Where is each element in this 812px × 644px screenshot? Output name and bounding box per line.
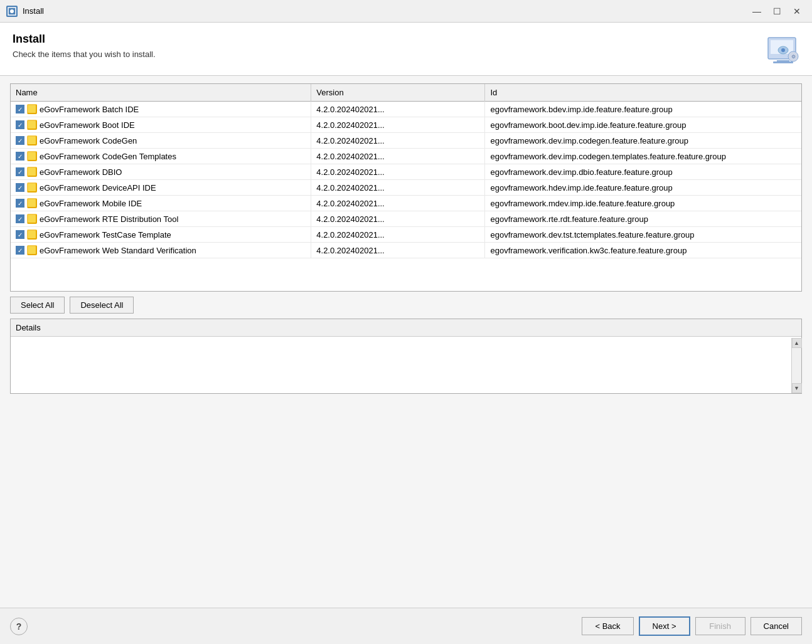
close-button[interactable]: ✕ (788, 4, 806, 19)
row-name: eGovFramework CodeGen Templates (40, 152, 176, 161)
svg-point-5 (781, 48, 785, 52)
dialog-content: Name Version Id eGovFramework Batch IDE … (0, 76, 812, 608)
scrollbar[interactable]: ▲ ▼ (791, 338, 801, 393)
col-header-version: Version (311, 84, 485, 102)
row-checkbox[interactable] (16, 105, 24, 113)
col-header-id: Id (485, 84, 801, 102)
package-icon (27, 120, 37, 130)
svg-point-1 (10, 9, 14, 13)
row-version: 4.2.0.202402021... (311, 243, 485, 258)
dialog-subtitle: Check the items that you wish to install… (13, 50, 156, 59)
package-icon (27, 151, 37, 161)
row-checkbox[interactable] (16, 199, 24, 208)
row-name: eGovFramework TestCase Template (40, 230, 171, 240)
row-checkbox[interactable] (16, 136, 24, 145)
table-row[interactable]: eGovFramework DBIO 4.2.0.202402021...ego… (11, 164, 801, 180)
package-icon (27, 245, 37, 255)
install-table[interactable]: Name Version Id eGovFramework Batch IDE … (10, 83, 802, 292)
table-row[interactable]: eGovFramework TestCase Template 4.2.0.20… (11, 227, 801, 243)
footer-right: < Back Next > Finish Cancel (582, 616, 802, 636)
row-id: egovframework.dev.imp.dbio.feature.featu… (485, 164, 801, 180)
package-icon (27, 135, 37, 145)
row-checkbox[interactable] (16, 230, 24, 239)
title-bar: Install — ☐ ✕ (0, 0, 812, 23)
row-name: eGovFramework Boot IDE (40, 120, 135, 130)
row-id: egovframework.mdev.imp.ide.feature.featu… (485, 196, 801, 211)
table-buttons: Select All Deselect All (10, 297, 802, 314)
row-id: egovframework.dev.tst.tctemplates.featur… (485, 227, 801, 243)
table-row[interactable]: eGovFramework CodeGen Templates 4.2.0.20… (11, 149, 801, 164)
package-icon (27, 167, 37, 177)
details-content (11, 337, 801, 392)
table-row[interactable]: eGovFramework Boot IDE 4.2.0.202402021..… (11, 117, 801, 133)
row-checkbox[interactable] (16, 246, 24, 255)
row-name: eGovFramework RTE Distribution Tool (40, 214, 178, 224)
dialog-header: Install Check the items that you wish to… (0, 23, 812, 76)
back-button[interactable]: < Back (582, 617, 633, 635)
row-version: 4.2.0.202402021... (311, 227, 485, 243)
row-version: 4.2.0.202402021... (311, 102, 485, 117)
row-version: 4.2.0.202402021... (311, 211, 485, 227)
svg-text:⚙: ⚙ (791, 54, 796, 60)
row-id: egovframework.dev.imp.codegen.templates.… (485, 149, 801, 164)
row-name: eGovFramework DBIO (40, 167, 122, 177)
window-controls: — ☐ ✕ (748, 4, 806, 19)
row-checkbox[interactable] (16, 152, 24, 161)
row-id: egovframework.dev.imp.codegen.feature.fe… (485, 133, 801, 149)
window-title: Install (23, 6, 743, 16)
footer-left: ? (10, 618, 28, 635)
details-label: Details (11, 319, 801, 337)
deselect-all-button[interactable]: Deselect All (70, 297, 134, 314)
scroll-up-button[interactable]: ▲ (792, 338, 802, 348)
table-row[interactable]: eGovFramework Web Standard Verification … (11, 243, 801, 258)
row-id: egovframework.hdev.imp.ide.feature.featu… (485, 180, 801, 196)
table-row[interactable]: eGovFramework Batch IDE 4.2.0.202402021.… (11, 102, 801, 117)
select-all-button[interactable]: Select All (10, 297, 65, 314)
col-header-name: Name (11, 84, 311, 102)
row-name: eGovFramework CodeGen (40, 136, 137, 145)
package-icon (27, 214, 37, 224)
row-name: eGovFramework DeviceAPI IDE (40, 183, 156, 193)
install-dialog: Install Check the items that you wish to… (0, 23, 812, 644)
table-row[interactable]: eGovFramework RTE Distribution Tool 4.2.… (11, 211, 801, 227)
row-version: 4.2.0.202402021... (311, 149, 485, 164)
row-checkbox[interactable] (16, 214, 24, 223)
row-version: 4.2.0.202402021... (311, 164, 485, 180)
next-button[interactable]: Next > (639, 616, 690, 636)
row-id: egovframework.bdev.imp.ide.feature.featu… (485, 102, 801, 117)
row-checkbox[interactable] (16, 183, 24, 192)
table-row[interactable]: eGovFramework CodeGen 4.2.0.202402021...… (11, 133, 801, 149)
row-name: eGovFramework Web Standard Verification (40, 246, 196, 255)
row-version: 4.2.0.202402021... (311, 196, 485, 211)
row-version: 4.2.0.202402021... (311, 117, 485, 133)
maximize-button[interactable]: ☐ (768, 4, 786, 19)
package-icon (27, 182, 37, 193)
row-version: 4.2.0.202402021... (311, 133, 485, 149)
package-icon (27, 104, 37, 114)
dialog-footer: ? < Back Next > Finish Cancel (0, 608, 812, 644)
package-icon (27, 198, 37, 208)
row-id: egovframework.rte.rdt.feature.feature.gr… (485, 211, 801, 227)
header-text: Install Check the items that you wish to… (13, 33, 156, 59)
help-button[interactable]: ? (10, 618, 28, 635)
finish-button[interactable]: Finish (695, 617, 745, 635)
table-row[interactable]: eGovFramework DeviceAPI IDE 4.2.0.202402… (11, 180, 801, 196)
svg-rect-7 (773, 61, 793, 63)
cancel-button[interactable]: Cancel (751, 617, 802, 635)
details-section: Details ▲ ▼ (10, 319, 802, 394)
scroll-down-button[interactable]: ▼ (792, 383, 802, 393)
row-name: eGovFramework Mobile IDE (40, 199, 142, 208)
row-id: egovframework.boot.dev.imp.ide.feature.f… (485, 117, 801, 133)
table-row[interactable]: eGovFramework Mobile IDE 4.2.0.202402021… (11, 196, 801, 211)
package-icon (27, 230, 37, 240)
row-checkbox[interactable] (16, 167, 24, 176)
row-version: 4.2.0.202402021... (311, 180, 485, 196)
row-name: eGovFramework Batch IDE (40, 105, 139, 114)
minimize-button[interactable]: — (748, 4, 766, 19)
header-icon: ⚙ (767, 33, 799, 65)
dialog-title: Install (13, 33, 156, 46)
row-id: egovframework.verification.kw3c.feature.… (485, 243, 801, 258)
app-icon (6, 6, 18, 17)
bottom-spacer (10, 394, 802, 601)
row-checkbox[interactable] (16, 120, 24, 129)
